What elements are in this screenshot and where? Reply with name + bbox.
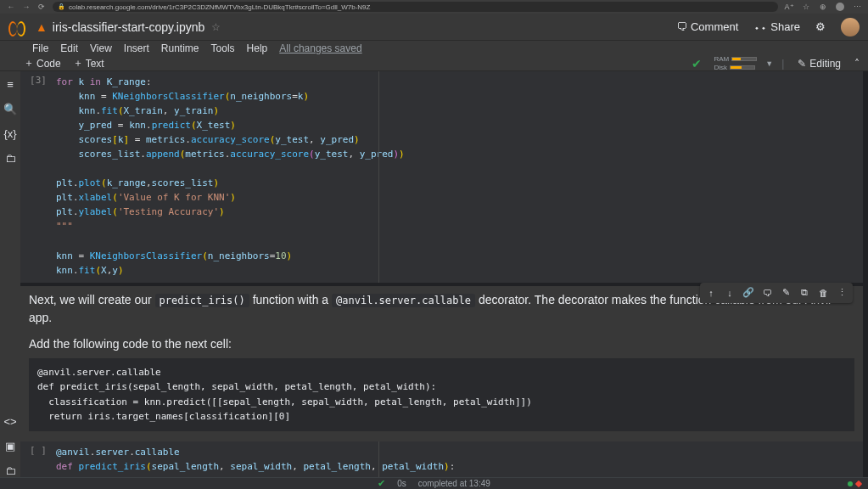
menu-insert[interactable]: Insert — [124, 42, 149, 54]
add-text-button[interactable]: ＋Text — [73, 56, 104, 70]
url-text: colab.research.google.com/drive/1rC3P2C3… — [69, 3, 370, 11]
cell-toolbar: ↑ ↓ 🔗 🗨 ✎ ⧉ 🗑 ⋮ — [700, 283, 853, 303]
resource-dropdown-icon[interactable]: ▼ — [765, 59, 773, 68]
execution-time: 0s — [397, 479, 406, 488]
folder-bottom-icon[interactable]: 🗀 — [5, 464, 16, 477]
drive-file-icon: ▲ — [36, 20, 48, 34]
connection-status-icon[interactable] — [848, 481, 853, 486]
text-paragraph: Add the following code to the next cell: — [29, 335, 854, 353]
reader-icon[interactable]: A⁺ — [785, 3, 793, 11]
files-icon[interactable]: 🗀 — [5, 152, 16, 165]
inline-code: @anvil.server.callable — [332, 294, 475, 307]
edit-icon[interactable]: ✎ — [778, 285, 793, 301]
back-icon[interactable]: ← — [7, 3, 15, 11]
code-snippets-icon[interactable]: <> — [3, 415, 16, 428]
notebook-toolbar: ＋Code ＋Text ✔ RAM Disk ▼ | ✎Editing ˄ — [0, 56, 868, 71]
error-status-icon[interactable] — [855, 480, 862, 486]
share-button[interactable]: ⬩⬩Share — [753, 20, 800, 33]
inline-code: predict_iris() — [155, 294, 249, 307]
forward-icon[interactable]: → — [22, 3, 31, 11]
star-icon[interactable]: ☆ — [211, 21, 221, 33]
menu-bar: File Edit View Insert Runtime Tools Help… — [0, 41, 868, 56]
markdown-code-block: @anvil.server.callable def predict_iris(… — [29, 358, 854, 431]
code-cell[interactable]: [3] for k in K_range: knn = KNeighborsCl… — [20, 71, 863, 283]
completed-time: completed at 13:49 — [418, 479, 490, 488]
favorite-icon[interactable]: ☆ — [802, 3, 810, 11]
collapse-header-icon[interactable]: ˄ — [854, 58, 860, 70]
left-sidebar: ≡ 🔍 {x} 🗀 <> ▣ 🗀 — [0, 71, 20, 477]
more-icon[interactable]: ⋯ — [853, 3, 861, 11]
profile-avatar-small[interactable] — [836, 3, 844, 11]
cell-execution-count[interactable]: [3] — [20, 71, 56, 283]
check-icon: ✔ — [692, 57, 702, 70]
cell-execution-count[interactable]: [ ] — [20, 441, 56, 477]
link-icon[interactable]: 🔗 — [741, 285, 756, 301]
menu-help[interactable]: Help — [247, 42, 268, 54]
variables-icon[interactable]: {x} — [3, 127, 16, 140]
settings-icon[interactable]: ⚙ — [815, 20, 826, 33]
more-cell-icon[interactable]: ⋮ — [834, 285, 849, 301]
editing-mode-button[interactable]: ✎Editing — [792, 58, 846, 70]
status-bar: ✔ 0s completed at 13:49 — [0, 477, 868, 489]
user-avatar[interactable] — [841, 18, 860, 37]
move-up-icon[interactable]: ↑ — [703, 285, 719, 301]
document-title[interactable]: iris-classifier-start-copy.ipynb — [53, 20, 204, 34]
delete-icon[interactable]: 🗑 — [815, 285, 831, 301]
browser-top-bar: ← → ⟳ 🔒 colab.research.google.com/drive/… — [0, 0, 868, 14]
resource-meters[interactable]: RAM Disk — [714, 55, 757, 71]
colab-header: ▲ iris-classifier-start-copy.ipynb ☆ 🗨Co… — [0, 14, 868, 41]
colab-logo-icon[interactable] — [8, 19, 25, 36]
menu-view[interactable]: View — [90, 42, 112, 54]
menu-runtime[interactable]: Runtime — [161, 42, 199, 54]
search-icon[interactable]: 🔍 — [3, 103, 17, 115]
move-down-icon[interactable]: ↓ — [722, 285, 737, 301]
code-editor[interactable]: for k in K_range: knn = KNeighborsClassi… — [56, 71, 863, 283]
save-status[interactable]: All changes saved — [279, 42, 361, 54]
code-editor[interactable]: @anvil.server.callable def predict_iris(… — [56, 441, 863, 477]
browser-right-icons: A⁺ ☆ ⊕ ⋯ — [785, 3, 861, 11]
comment-icon: 🗨 — [676, 20, 687, 33]
menu-file[interactable]: File — [32, 42, 48, 54]
mirror-icon[interactable]: ⧉ — [797, 285, 812, 301]
pencil-icon: ✎ — [798, 58, 806, 70]
address-bar[interactable]: 🔒 colab.research.google.com/drive/1rC3P2… — [53, 2, 778, 12]
toc-icon[interactable]: ≡ — [7, 78, 14, 91]
collections-icon[interactable]: ⊕ — [819, 3, 827, 11]
status-check-icon: ✔ — [378, 478, 385, 489]
comment-button[interactable]: 🗨Comment — [676, 20, 738, 33]
code-cell[interactable]: [ ] @anvil.server.callable def predict_i… — [20, 441, 863, 477]
lock-icon: 🔒 — [58, 3, 65, 10]
text-cell[interactable]: ▼ ↑ ↓ 🔗 🗨 ✎ ⧉ 🗑 ⋮ Next, we will create o… — [20, 286, 863, 441]
comment-cell-icon[interactable]: 🗨 — [759, 285, 775, 301]
notebook-area[interactable]: [3] for k in K_range: knn = KNeighborsCl… — [20, 71, 868, 477]
share-icon: ⬩⬩ — [753, 20, 767, 33]
menu-tools[interactable]: Tools — [211, 42, 235, 54]
menu-edit[interactable]: Edit — [60, 42, 78, 54]
terminal-icon[interactable]: ▣ — [5, 440, 15, 452]
reload-icon[interactable]: ⟳ — [37, 3, 46, 11]
add-code-button[interactable]: ＋Code — [24, 56, 61, 70]
